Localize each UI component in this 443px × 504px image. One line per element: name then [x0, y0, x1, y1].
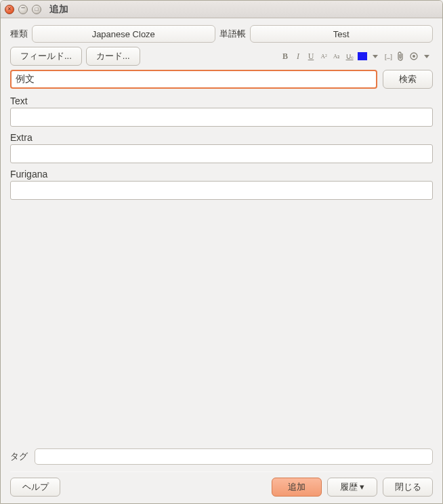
underline-button[interactable]: U [305, 49, 317, 63]
close-button-label: 閉じる [395, 481, 421, 493]
deck-selector[interactable]: Test [250, 25, 434, 43]
deck-value: Test [333, 29, 350, 39]
search-button[interactable]: 検索 [383, 70, 433, 89]
cards-button-label: カード... [96, 50, 130, 62]
record-button[interactable] [408, 49, 420, 63]
format-toolbar: B I U A² A₂ U̲ₑ [...] [279, 49, 433, 63]
record-icon [410, 52, 418, 60]
paperclip-icon [398, 51, 404, 61]
attach-button[interactable] [395, 49, 407, 63]
field-input-text[interactable] [10, 108, 433, 127]
field-furigana: Furigana [10, 169, 433, 200]
deck-label: 単語帳 [219, 28, 246, 40]
note-type-selector[interactable]: Japanese Cloze [32, 25, 215, 43]
tags-row: タグ [10, 448, 433, 465]
cloze-button[interactable]: [...] [382, 49, 394, 63]
field-input-furigana[interactable] [10, 181, 433, 200]
subscript-button[interactable]: A₂ [331, 49, 343, 63]
help-button-label: ヘルプ [22, 481, 49, 493]
x-icon: × [7, 6, 11, 12]
svg-point-1 [413, 55, 415, 58]
chevron-down-icon [373, 55, 378, 58]
close-window-button[interactable]: × [5, 5, 14, 14]
tags-label: タグ [10, 450, 28, 463]
fields-button-label: フィールド... [20, 50, 72, 62]
close-button[interactable]: 閉じる [383, 478, 433, 497]
field-extra: Extra [10, 132, 433, 163]
italic-button[interactable]: I [292, 49, 304, 63]
color-swatch-icon [358, 52, 367, 60]
window-title: 追加 [49, 3, 68, 16]
chevron-down-icon [424, 55, 429, 58]
titlebar: × − □ 追加 [1, 1, 442, 18]
bottom-area: タグ ヘルプ 追加 履歴 ▾ 閉じる [10, 448, 433, 497]
note-fields: Text Extra Furigana [10, 90, 433, 200]
history-button[interactable]: 履歴 ▾ [327, 478, 377, 497]
footer-row: ヘルプ 追加 履歴 ▾ 閉じる [10, 471, 433, 497]
content-area: 種類 Japanese Cloze 単語帳 Test フィールド... カード.… [1, 18, 442, 503]
maximize-icon: □ [35, 7, 39, 12]
field-input-extra[interactable] [10, 144, 433, 163]
field-label: Extra [10, 132, 433, 143]
field-text: Text [10, 96, 433, 127]
text-color-button[interactable] [356, 49, 368, 63]
help-button[interactable]: ヘルプ [10, 478, 60, 497]
remove-format-button[interactable]: U̲ₑ [343, 49, 356, 63]
text-color-dropdown[interactable] [369, 49, 381, 63]
cards-button[interactable]: カード... [86, 47, 140, 66]
add-note-window: × − □ 追加 種類 Japanese Cloze 単語帳 Test フィール… [0, 0, 443, 504]
minimize-window-button[interactable]: − [18, 5, 28, 14]
search-row: 検索 [10, 70, 433, 89]
maximize-window-button[interactable]: □ [32, 5, 41, 14]
superscript-button[interactable]: A² [318, 49, 330, 63]
tags-input[interactable] [35, 448, 433, 465]
field-label: Text [10, 96, 433, 106]
note-type-value: Japanese Cloze [92, 29, 155, 39]
search-input[interactable] [10, 70, 377, 89]
history-button-label: 履歴 ▾ [340, 481, 365, 493]
search-button-label: 検索 [399, 73, 417, 85]
more-dropdown[interactable] [421, 49, 433, 63]
note-type-label: 種類 [10, 28, 28, 40]
add-button-label: 追加 [288, 481, 305, 493]
minimize-icon: − [21, 4, 25, 12]
add-button[interactable]: 追加 [272, 478, 322, 497]
type-deck-row: 種類 Japanese Cloze 単語帳 Test [10, 25, 433, 43]
toolbar-row: フィールド... カード... B I U A² A₂ U̲ₑ [...] [10, 47, 433, 66]
bold-button[interactable]: B [279, 49, 291, 63]
field-label: Furigana [10, 169, 433, 180]
fields-button[interactable]: フィールド... [10, 47, 82, 66]
